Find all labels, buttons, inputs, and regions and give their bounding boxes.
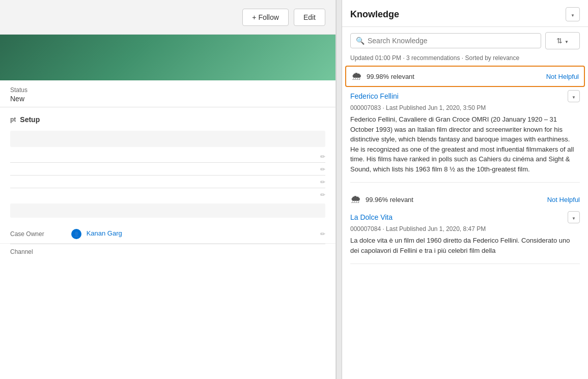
panel-divider xyxy=(336,0,342,379)
article-body-2: La dolce vita è un film del 1960 diretto… xyxy=(350,236,580,255)
article-title-link-1[interactable]: Federico Fellini xyxy=(350,92,399,100)
status-value: New xyxy=(10,95,325,103)
edit-icon-5: ✏ xyxy=(320,230,325,238)
gray-bar-1 xyxy=(10,131,325,147)
not-helpful-button-1[interactable]: Not Helpful xyxy=(546,73,579,80)
channel-row: Channel xyxy=(0,244,335,259)
article-body-1: Federico Fellini, Cavaliere di Gran Croc… xyxy=(350,114,580,174)
article-published-1: Last Published Jun 1, 2020, 3:50 PM xyxy=(386,104,486,111)
article-id-2: 000007084 xyxy=(350,225,381,232)
setup-section: pt Setup ✏ ✏ ✏ ✏ xyxy=(0,107,335,225)
edit-button[interactable]: Edit xyxy=(294,9,325,26)
edit-icon-3: ✏ xyxy=(320,179,325,186)
article-dropdown-button-2[interactable] xyxy=(568,211,580,223)
article-title-row-1: Federico Fellini xyxy=(350,90,580,102)
edit-icon-2: ✏ xyxy=(320,166,325,173)
gray-bar-2 xyxy=(10,203,325,218)
case-owner-link[interactable]: Kanan Garg xyxy=(87,229,122,237)
case-owner-row: Case Owner 👤 Kanan Garg ✏ xyxy=(0,225,335,244)
article-card-1: 🌧 99.98% relevant Not Helpful Federico F… xyxy=(350,66,580,183)
right-panel: Knowledge 🔍 ⇅ Updated 01:00 PM · 3 recom… xyxy=(342,0,588,379)
article-card-2: 🌧 99.96% relevant Not Helpful La Dolce V… xyxy=(350,191,580,264)
article-dropdown-button-1[interactable] xyxy=(568,90,580,102)
search-bar: 🔍 ⇅ xyxy=(342,27,588,53)
article-meta-2: 000007084 · Last Published Jun 1, 2020, … xyxy=(350,225,580,232)
follow-button[interactable]: + Follow xyxy=(242,9,289,26)
article-icon-1: 🌧 xyxy=(351,70,362,83)
knowledge-header: Knowledge xyxy=(342,0,588,27)
setup-label: Setup xyxy=(20,115,40,124)
case-owner-label: Case Owner xyxy=(10,230,71,238)
article-chevron-icon-2 xyxy=(572,214,576,221)
not-helpful-button-2[interactable]: Not Helpful xyxy=(547,196,580,203)
status-label: Status xyxy=(10,86,325,94)
relevance-row-1: 🌧 99.98% relevant Not Helpful xyxy=(345,66,585,87)
updated-info: Updated 01:00 PM · 3 recommendations · S… xyxy=(342,53,588,66)
left-panel: + Follow Edit Status New pt Setup ✏ ✏ ✏ … xyxy=(0,0,336,379)
knowledge-dropdown-button[interactable] xyxy=(566,7,580,21)
edit-icon-1: ✏ xyxy=(320,153,325,160)
setup-header: pt Setup xyxy=(10,111,325,128)
search-icon: 🔍 xyxy=(356,37,365,45)
knowledge-content: 🌧 99.98% relevant Not Helpful Federico F… xyxy=(342,66,588,379)
article-meta-1: 000007083 · Last Published Jun 1, 2020, … xyxy=(350,104,580,111)
case-owner-value: 👤 Kanan Garg xyxy=(71,229,320,239)
header-image xyxy=(0,35,335,80)
article-icon-2: 🌧 xyxy=(350,193,361,206)
status-section: Status New xyxy=(0,80,335,107)
channel-label: Channel xyxy=(10,248,71,255)
article-title-link-2[interactable]: La Dolce Vita xyxy=(350,213,393,221)
article-published-2: Last Published Jun 1, 2020, 8:47 PM xyxy=(386,225,486,232)
sort-icon: ⇅ xyxy=(556,37,563,45)
article-title-row-2: La Dolce Vita xyxy=(350,211,580,223)
chevron-down-icon xyxy=(571,11,575,18)
relevance-row-2: 🌧 99.96% relevant Not Helpful xyxy=(350,191,580,208)
search-input-wrapper: 🔍 xyxy=(350,33,541,48)
relevance-text-1: 99.98% relevant xyxy=(367,73,414,80)
avatar: 👤 xyxy=(71,229,81,239)
knowledge-title: Knowledge xyxy=(350,9,399,20)
article-chevron-icon-1 xyxy=(572,93,576,100)
top-bar: + Follow Edit xyxy=(0,0,335,35)
sort-chevron-icon xyxy=(565,37,569,45)
article-id-1: 000007083 xyxy=(350,104,381,111)
edit-icon-4: ✏ xyxy=(320,191,325,198)
relevance-info-1: 🌧 99.98% relevant xyxy=(351,70,414,83)
search-input[interactable] xyxy=(368,37,536,45)
relevance-text-2: 99.96% relevant xyxy=(366,196,413,203)
relevance-info-2: 🌧 99.96% relevant xyxy=(350,193,413,206)
prefix-label: pt xyxy=(10,116,16,123)
sort-button[interactable]: ⇅ xyxy=(545,32,580,49)
